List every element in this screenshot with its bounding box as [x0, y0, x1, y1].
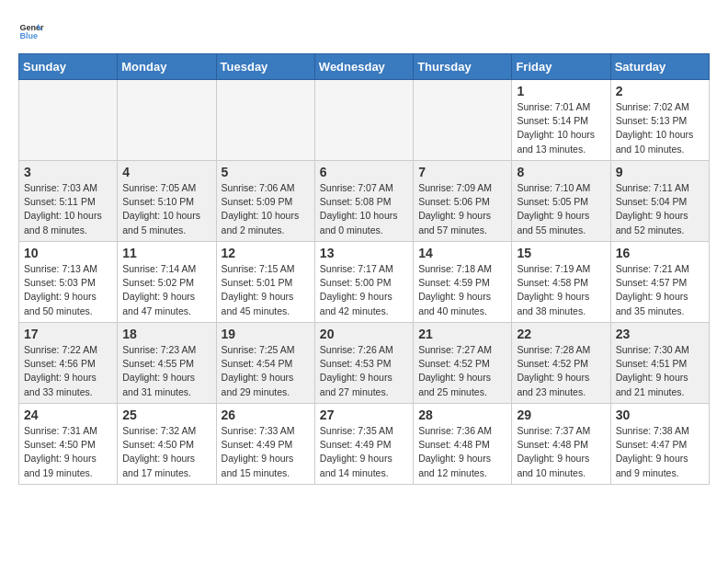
day-info: Sunrise: 7:17 AM Sunset: 5:00 PM Dayligh…: [320, 262, 408, 318]
calendar-day-cell: [216, 80, 314, 161]
column-header-friday: Friday: [512, 54, 610, 80]
day-number: 11: [122, 246, 210, 260]
calendar-day-cell: 2Sunrise: 7:02 AM Sunset: 5:13 PM Daylig…: [610, 80, 709, 161]
day-info: Sunrise: 7:06 AM Sunset: 5:09 PM Dayligh…: [222, 181, 310, 237]
day-number: 2: [616, 84, 704, 98]
day-info: Sunrise: 7:11 AM Sunset: 5:04 PM Dayligh…: [616, 181, 704, 237]
calendar-day-cell: 10Sunrise: 7:13 AM Sunset: 5:03 PM Dayli…: [19, 242, 118, 323]
day-number: 28: [418, 408, 506, 422]
calendar-day-cell: 22Sunrise: 7:28 AM Sunset: 4:52 PM Dayli…: [512, 323, 610, 404]
day-number: 15: [517, 246, 605, 260]
day-number: 18: [122, 327, 210, 341]
day-info: Sunrise: 7:23 AM Sunset: 4:55 PM Dayligh…: [122, 343, 210, 399]
calendar-day-cell: [118, 80, 216, 161]
calendar-day-cell: 15Sunrise: 7:19 AM Sunset: 4:58 PM Dayli…: [512, 242, 610, 323]
column-header-tuesday: Tuesday: [216, 54, 314, 80]
day-number: 24: [24, 408, 112, 422]
calendar-day-cell: 12Sunrise: 7:15 AM Sunset: 5:01 PM Dayli…: [216, 242, 314, 323]
calendar-day-cell: 1Sunrise: 7:01 AM Sunset: 5:14 PM Daylig…: [512, 80, 610, 161]
calendar-week-row: 1Sunrise: 7:01 AM Sunset: 5:14 PM Daylig…: [19, 80, 710, 161]
day-info: Sunrise: 7:02 AM Sunset: 5:13 PM Dayligh…: [616, 100, 704, 156]
calendar-day-cell: 18Sunrise: 7:23 AM Sunset: 4:55 PM Dayli…: [118, 323, 216, 404]
calendar-day-cell: [414, 80, 512, 161]
calendar-day-cell: 6Sunrise: 7:07 AM Sunset: 5:08 PM Daylig…: [314, 161, 413, 242]
svg-text:Blue: Blue: [19, 31, 38, 40]
day-info: Sunrise: 7:26 AM Sunset: 4:53 PM Dayligh…: [320, 343, 408, 399]
svg-text:General: General: [19, 23, 44, 32]
day-info: Sunrise: 7:09 AM Sunset: 5:06 PM Dayligh…: [418, 181, 506, 237]
day-number: 5: [222, 165, 310, 179]
day-info: Sunrise: 7:13 AM Sunset: 5:03 PM Dayligh…: [24, 262, 112, 318]
day-info: Sunrise: 7:18 AM Sunset: 4:59 PM Dayligh…: [418, 262, 506, 318]
calendar-day-cell: [19, 80, 118, 161]
day-number: 9: [616, 165, 704, 179]
day-number: 26: [222, 408, 310, 422]
calendar-day-cell: 29Sunrise: 7:37 AM Sunset: 4:48 PM Dayli…: [512, 404, 610, 485]
day-info: Sunrise: 7:28 AM Sunset: 4:52 PM Dayligh…: [517, 343, 605, 399]
day-number: 10: [24, 246, 112, 260]
day-number: 25: [122, 408, 210, 422]
day-info: Sunrise: 7:07 AM Sunset: 5:08 PM Dayligh…: [320, 181, 408, 237]
calendar-day-cell: 25Sunrise: 7:32 AM Sunset: 4:50 PM Dayli…: [118, 404, 216, 485]
day-number: 7: [418, 165, 506, 179]
day-number: 29: [517, 408, 605, 422]
day-info: Sunrise: 7:36 AM Sunset: 4:48 PM Dayligh…: [418, 424, 506, 480]
logo-icon: General Blue: [18, 18, 44, 44]
day-number: 20: [320, 327, 408, 341]
calendar-day-cell: 3Sunrise: 7:03 AM Sunset: 5:11 PM Daylig…: [19, 161, 118, 242]
calendar-day-cell: 17Sunrise: 7:22 AM Sunset: 4:56 PM Dayli…: [19, 323, 118, 404]
day-number: 1: [517, 84, 605, 98]
calendar-week-row: 24Sunrise: 7:31 AM Sunset: 4:50 PM Dayli…: [19, 404, 710, 485]
day-info: Sunrise: 7:19 AM Sunset: 4:58 PM Dayligh…: [517, 262, 605, 318]
day-info: Sunrise: 7:22 AM Sunset: 4:56 PM Dayligh…: [24, 343, 112, 399]
calendar-day-cell: 9Sunrise: 7:11 AM Sunset: 5:04 PM Daylig…: [610, 161, 709, 242]
day-number: 4: [122, 165, 210, 179]
calendar-table: SundayMondayTuesdayWednesdayThursdayFrid…: [18, 53, 710, 485]
day-info: Sunrise: 7:14 AM Sunset: 5:02 PM Dayligh…: [122, 262, 210, 318]
day-number: 12: [222, 246, 310, 260]
calendar-day-cell: 14Sunrise: 7:18 AM Sunset: 4:59 PM Dayli…: [414, 242, 512, 323]
day-number: 13: [320, 246, 408, 260]
calendar-day-cell: 11Sunrise: 7:14 AM Sunset: 5:02 PM Dayli…: [118, 242, 216, 323]
calendar-week-row: 10Sunrise: 7:13 AM Sunset: 5:03 PM Dayli…: [19, 242, 710, 323]
day-number: 16: [616, 246, 704, 260]
calendar-day-cell: 8Sunrise: 7:10 AM Sunset: 5:05 PM Daylig…: [512, 161, 610, 242]
calendar-day-cell: 24Sunrise: 7:31 AM Sunset: 4:50 PM Dayli…: [19, 404, 118, 485]
calendar-day-cell: 23Sunrise: 7:30 AM Sunset: 4:51 PM Dayli…: [610, 323, 709, 404]
calendar-week-row: 17Sunrise: 7:22 AM Sunset: 4:56 PM Dayli…: [19, 323, 710, 404]
calendar-day-cell: [314, 80, 413, 161]
day-info: Sunrise: 7:30 AM Sunset: 4:51 PM Dayligh…: [616, 343, 704, 399]
day-info: Sunrise: 7:25 AM Sunset: 4:54 PM Dayligh…: [222, 343, 310, 399]
calendar-day-cell: 19Sunrise: 7:25 AM Sunset: 4:54 PM Dayli…: [216, 323, 314, 404]
column-header-wednesday: Wednesday: [314, 54, 413, 80]
calendar-day-cell: 30Sunrise: 7:38 AM Sunset: 4:47 PM Dayli…: [610, 404, 709, 485]
day-info: Sunrise: 7:27 AM Sunset: 4:52 PM Dayligh…: [418, 343, 506, 399]
calendar-day-cell: 27Sunrise: 7:35 AM Sunset: 4:49 PM Dayli…: [314, 404, 413, 485]
calendar-header-row: SundayMondayTuesdayWednesdayThursdayFrid…: [19, 54, 710, 80]
calendar-day-cell: 16Sunrise: 7:21 AM Sunset: 4:57 PM Dayli…: [610, 242, 709, 323]
calendar-day-cell: 26Sunrise: 7:33 AM Sunset: 4:49 PM Dayli…: [216, 404, 314, 485]
day-number: 19: [222, 327, 310, 341]
day-number: 17: [24, 327, 112, 341]
day-info: Sunrise: 7:21 AM Sunset: 4:57 PM Dayligh…: [616, 262, 704, 318]
logo: General Blue: [18, 18, 48, 44]
day-info: Sunrise: 7:33 AM Sunset: 4:49 PM Dayligh…: [222, 424, 310, 480]
page-header: General Blue: [18, 18, 710, 44]
day-info: Sunrise: 7:01 AM Sunset: 5:14 PM Dayligh…: [517, 100, 605, 156]
day-number: 23: [616, 327, 704, 341]
day-number: 27: [320, 408, 408, 422]
day-number: 21: [418, 327, 506, 341]
column-header-saturday: Saturday: [610, 54, 709, 80]
calendar-day-cell: 28Sunrise: 7:36 AM Sunset: 4:48 PM Dayli…: [414, 404, 512, 485]
day-number: 8: [517, 165, 605, 179]
day-info: Sunrise: 7:15 AM Sunset: 5:01 PM Dayligh…: [222, 262, 310, 318]
day-info: Sunrise: 7:03 AM Sunset: 5:11 PM Dayligh…: [24, 181, 112, 237]
day-number: 6: [320, 165, 408, 179]
day-info: Sunrise: 7:38 AM Sunset: 4:47 PM Dayligh…: [616, 424, 704, 480]
day-info: Sunrise: 7:31 AM Sunset: 4:50 PM Dayligh…: [24, 424, 112, 480]
day-number: 3: [24, 165, 112, 179]
day-number: 30: [616, 408, 704, 422]
calendar-day-cell: 21Sunrise: 7:27 AM Sunset: 4:52 PM Dayli…: [414, 323, 512, 404]
calendar-day-cell: 5Sunrise: 7:06 AM Sunset: 5:09 PM Daylig…: [216, 161, 314, 242]
calendar-day-cell: 13Sunrise: 7:17 AM Sunset: 5:00 PM Dayli…: [314, 242, 413, 323]
